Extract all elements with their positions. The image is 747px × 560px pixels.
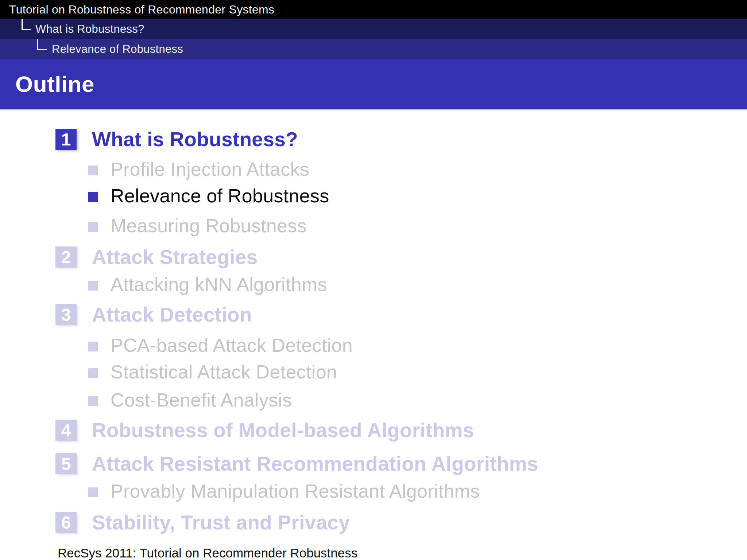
bullet-icon: [88, 192, 98, 202]
nav-subsection-label[interactable]: Relevance of Robustness: [0, 43, 183, 56]
section-number-badge: 2: [55, 246, 77, 268]
section-label: What is Robustness?: [92, 128, 298, 151]
outline-section-6[interactable]: 6Stability, Trust and Privacy: [0, 511, 747, 534]
outline-section-4[interactable]: 4Robustness of Model-based Algorithms: [0, 419, 747, 442]
nav-title-bar: Tutorial on Robustness of Recommender Sy…: [0, 0, 747, 19]
outline-section-2[interactable]: 2Attack Strategies: [0, 245, 747, 269]
nav-section-bar: What is Robustness?: [0, 19, 747, 39]
tree-elbow-icon: [22, 19, 31, 30]
page-title: Outline: [0, 71, 94, 97]
outline-section-1[interactable]: 1What is Robustness?: [0, 128, 747, 151]
section-label: Attack Detection: [92, 303, 252, 326]
section-label: Robustness of Model-based Algorithms: [92, 419, 474, 442]
bullet-icon: [88, 166, 98, 175]
outline-subsection[interactable]: Attacking kNN Algorithms: [0, 274, 747, 295]
outline-section-3[interactable]: 3Attack Detection: [0, 303, 747, 326]
subsection-label: Relevance of Robustness: [111, 186, 329, 206]
section-label: Stability, Trust and Privacy: [92, 511, 350, 534]
outline-subsection[interactable]: Provably Manipulation Resistant Algorith…: [0, 481, 747, 501]
bullet-icon: [88, 222, 98, 232]
footer-text: RecSys 2011: Tutorial on Recommender Rob…: [58, 546, 357, 560]
section-label: Attack Strategies: [92, 245, 258, 269]
nav-subsection-bar: Relevance of Robustness: [0, 39, 747, 59]
outline-subsection[interactable]: Statistical Attack Detection: [0, 362, 747, 382]
tree-elbow-icon: [37, 39, 47, 50]
section-number-badge: 6: [55, 512, 77, 533]
slide: { "nav": { "title_bar": "Tutorial on Rob…: [0, 0, 747, 560]
outline-list: 1What is Robustness?Profile Injection At…: [0, 110, 747, 560]
bullet-icon: [88, 342, 98, 351]
nav-title-label: Tutorial on Robustness of Recommender Sy…: [0, 3, 274, 16]
subsection-label: Measuring Robustness: [111, 215, 307, 236]
subsection-label: Profile Injection Attacks: [111, 159, 309, 179]
outline-subsection[interactable]: Profile Injection Attacks: [0, 159, 747, 179]
subsection-label: Cost-Benefit Analysis: [111, 390, 292, 410]
section-number-badge: 3: [55, 304, 77, 325]
bullet-icon: [88, 487, 98, 497]
section-number-badge: 5: [55, 453, 77, 474]
section-label: Attack Resistant Recommendation Algorith…: [92, 452, 538, 475]
outline-subsection[interactable]: Relevance of Robustness: [0, 186, 747, 206]
subsection-label: PCA-based Attack Detection: [111, 335, 353, 355]
section-number-badge: 1: [55, 129, 77, 150]
outline-section-5[interactable]: 5Attack Resistant Recommendation Algorit…: [0, 452, 747, 475]
subsection-label: Attacking kNN Algorithms: [111, 274, 327, 295]
bullet-icon: [88, 368, 98, 378]
section-number-badge: 4: [55, 420, 77, 441]
outline-subsection[interactable]: Cost-Benefit Analysis: [0, 390, 747, 410]
subsection-label: Statistical Attack Detection: [111, 362, 337, 382]
subsection-label: Provably Manipulation Resistant Algorith…: [111, 481, 480, 501]
frametitle-bar: Outline: [0, 59, 747, 109]
outline-subsection[interactable]: Measuring Robustness: [0, 215, 747, 236]
bullet-icon: [88, 281, 98, 291]
outline-subsection[interactable]: PCA-based Attack Detection: [0, 335, 747, 355]
bullet-icon: [88, 396, 98, 406]
